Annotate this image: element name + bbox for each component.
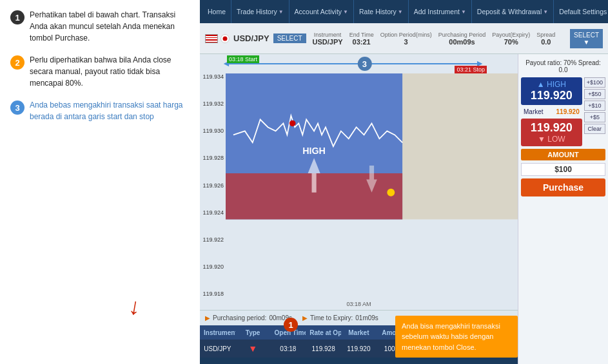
low-button[interactable]: 119.920 ▼ LOW — [521, 119, 582, 146]
nav-account-activity[interactable]: Account Activity ▼ — [289, 0, 354, 23]
instruction-3: 3 Anda bebas mengakhiri transaksi saat h… — [10, 99, 190, 122]
market-label: Market — [524, 108, 544, 115]
instr-spread: Spread 0.0 — [536, 32, 555, 46]
y-label-2: 119.930 — [202, 128, 224, 134]
start-label: 03:18 Start — [227, 55, 259, 63]
btn-10[interactable]: +$10 — [584, 101, 605, 111]
flag-area — [205, 34, 230, 43]
high-button[interactable]: ▲ HIGH 119.920 — [521, 77, 582, 105]
instruction-2-badge: 2 — [10, 55, 25, 70]
btn-5[interactable]: +$5 — [584, 112, 605, 122]
instructions-panel: 1 Perhatikan tabel di bawah chart. Trans… — [0, 0, 200, 364]
svg-point-7 — [387, 189, 395, 196]
purchase-button[interactable]: Purchase — [521, 178, 605, 196]
amount-quick-buttons: +$100 +$50 +$10 +$5 Clear — [584, 77, 605, 146]
time-to-expiry-label: Time to Expiry: — [310, 314, 353, 321]
table-badge-1: 1 — [284, 318, 298, 332]
instr-instrument-value: USD/JPY — [313, 38, 343, 46]
trade-history-label: Trade History — [237, 8, 277, 15]
instr-end-time-value: 03:21 — [353, 38, 371, 46]
th-rate: Rate at Open — [306, 328, 341, 338]
nav-deposit[interactable]: Deposit & Withdrawal ▼ — [472, 0, 554, 23]
instr-payout: Payout(Expiry) 70% — [492, 32, 530, 46]
svg-text:HIGH: HIGH — [302, 146, 326, 156]
navbar: Home Trade History ▼ Account Activity ▼ … — [200, 0, 608, 23]
time-to-expiry-value: 01m09s — [355, 314, 378, 321]
jp-flag-icon — [221, 34, 230, 43]
y-label-4: 119.926 — [202, 182, 224, 189]
time-to-expiry-item: ▶ Time to Expiry: 01m09s — [302, 314, 378, 321]
instr-end-time: End Time 03:21 — [349, 32, 374, 46]
annotation-3-bubble: 3 — [357, 57, 371, 71]
td-market: 119.920 — [341, 344, 377, 354]
instruction-1-text: Perhatikan tabel di bawah chart. Transak… — [30, 9, 190, 44]
market-price: 119.920 — [556, 108, 580, 115]
instr-purchasing-period-label: Purchasing Period — [438, 32, 486, 38]
td-rate: 119.928 — [306, 344, 341, 354]
th-type: Type — [235, 328, 271, 338]
instrument-bar: USD/JPY SELECT Instrument USD/JPY End Ti… — [200, 23, 608, 54]
purchasing-period-label: Purchasing period: — [213, 314, 266, 321]
y-label-0: 119.934 — [202, 73, 224, 80]
instruction-2: 2 Perlu diperhatikan bahwa bila Anda clo… — [10, 54, 190, 89]
tooltip-box: Anda bisa mengakhiri transaksi sebelum w… — [395, 316, 518, 358]
th-instrument: Instrument — [200, 328, 235, 338]
nav-settings[interactable]: Default Settings ▼ — [554, 0, 608, 23]
instruction-3-text: Anda bebas mengakhiri transaksi saat har… — [30, 99, 190, 122]
nav-rate-history[interactable]: Rate History ▼ — [354, 0, 409, 23]
instr-payout-label: Payout(Expiry) — [492, 32, 530, 38]
svg-rect-2 — [402, 73, 518, 220]
purchasing-period-item: ▶ Purchasing period: 00m09s — [205, 314, 292, 321]
expiry-triangle-icon: ▶ — [302, 314, 308, 321]
th-market: Market — [341, 328, 377, 338]
btn-50[interactable]: +$50 — [584, 89, 605, 99]
instrument-details: Instrument USD/JPY End Time 03:21 Option… — [313, 32, 567, 46]
amount-label: AMOUNT — [521, 149, 605, 160]
instrument-select-button-2[interactable]: SELECT▼ — [570, 29, 603, 48]
annotation-3-arrow — [227, 63, 479, 64]
y-axis: 119.934 119.932 119.930 119.928 119.926 … — [200, 73, 226, 297]
payout-row: Payout ratio: 70% Spread: 0.0 — [521, 58, 605, 75]
settings-label: Default Settings — [559, 8, 607, 15]
instr-option-period: Option Period(mins) 3 — [380, 32, 432, 46]
nav-add-instrument[interactable]: Add Instrument ▼ — [409, 0, 472, 23]
us-flag-icon — [205, 34, 218, 43]
instruction-2-text: Perlu diperhatikan bahwa bila Anda close… — [30, 54, 190, 89]
y-label-1: 119.932 — [202, 101, 224, 107]
y-label-8: 119.918 — [202, 291, 224, 297]
deposit-label: Deposit & Withdrawal — [477, 8, 542, 15]
svg-point-6 — [289, 120, 296, 127]
market-row: Market 119.920 — [521, 107, 582, 117]
instruction-1: 1 Perhatikan tabel di bawah chart. Trans… — [10, 9, 190, 44]
instr-spread-label: Spread — [536, 32, 555, 38]
x-axis-label: 03:18 AM — [346, 301, 371, 307]
down-arrow-icon: ▼ — [248, 343, 257, 354]
chart-svg: HIGH — [226, 73, 518, 220]
y-label-5: 119.924 — [202, 209, 224, 216]
high-column: ▲ HIGH 119.920 Market 119.920 119.920 ▼ … — [521, 77, 582, 146]
low-arrow-down-icon: ▼ LOW — [522, 135, 581, 144]
high-section: ▲ HIGH 119.920 Market 119.920 119.920 ▼ … — [521, 77, 605, 146]
add-instrument-label: Add Instrument — [414, 8, 460, 15]
nav-trade-history[interactable]: Trade History ▼ — [231, 0, 289, 23]
account-activity-label: Account Activity — [295, 8, 342, 15]
high-arrow-up-icon: ▲ HIGH — [522, 80, 581, 89]
stop-label: 03:21 Stop — [455, 66, 487, 73]
trading-panel: Home Trade History ▼ Account Activity ▼ … — [200, 0, 608, 364]
pair-select-button[interactable]: SELECT — [273, 34, 306, 43]
clear-button[interactable]: Clear — [584, 124, 605, 134]
instr-option-period-label: Option Period(mins) — [380, 32, 432, 38]
btn-100[interactable]: +$100 — [584, 77, 605, 88]
instruction-3-badge: 3 — [10, 101, 25, 115]
y-label-6: 119.922 — [202, 236, 224, 243]
instr-end-time-label: End Time — [349, 32, 374, 38]
nav-home[interactable]: Home — [202, 0, 231, 23]
instr-payout-value: 70% — [504, 38, 518, 46]
high-price: 119.920 — [522, 89, 581, 102]
instruction-1-badge: 1 — [10, 10, 25, 24]
instr-spread-value: 0.0 — [541, 38, 551, 46]
instr-instrument: Instrument USD/JPY — [313, 32, 343, 46]
home-nav-label: Home — [208, 8, 226, 15]
instr-purchasing-period: Purchasing Period 00m09s — [438, 32, 486, 46]
instr-instrument-label: Instrument — [314, 32, 342, 38]
